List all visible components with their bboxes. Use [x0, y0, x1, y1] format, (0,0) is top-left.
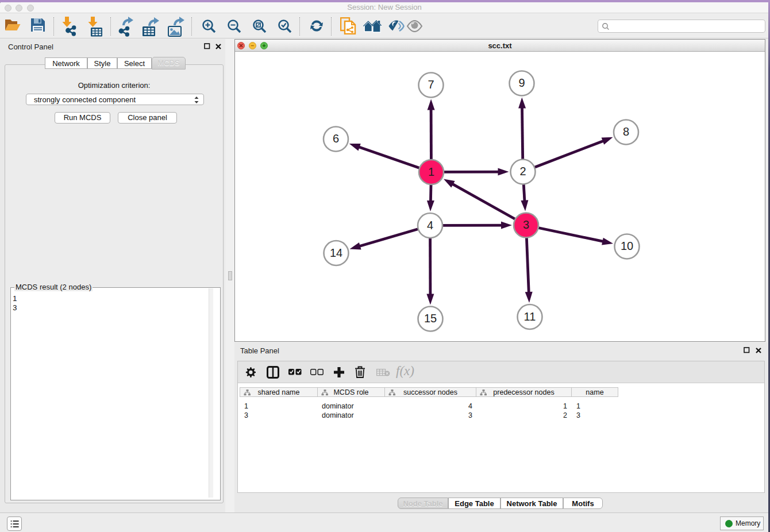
svg-text:1: 1: [428, 165, 434, 178]
svg-text:3: 3: [523, 218, 529, 231]
svg-text:10: 10: [621, 240, 633, 252]
svg-text:4: 4: [427, 219, 433, 232]
svg-text:8: 8: [623, 125, 629, 138]
svg-text:11: 11: [524, 310, 536, 323]
svg-text:6: 6: [333, 132, 339, 145]
svg-text:9: 9: [518, 76, 525, 89]
svg-text:7: 7: [428, 78, 434, 91]
svg-text:15: 15: [424, 312, 437, 325]
svg-text:14: 14: [330, 246, 342, 259]
svg-text:2: 2: [519, 165, 526, 178]
